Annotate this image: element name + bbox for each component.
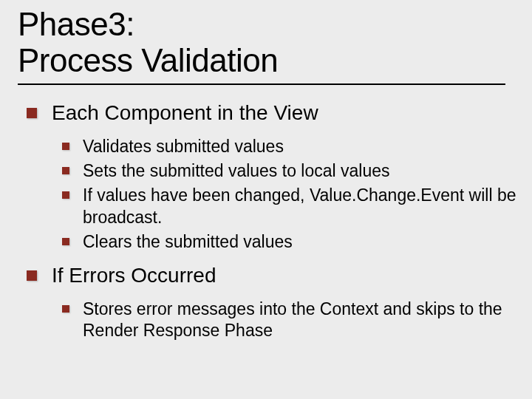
slide-title: Phase3: Process Validation <box>18 6 517 79</box>
list-item: Each Component in the View Validates sub… <box>27 100 517 253</box>
section-label: Each Component in the View <box>52 101 318 124</box>
list-item: Validates submitted values <box>62 136 517 157</box>
list-item: Sets the submitted values to local value… <box>62 160 517 182</box>
sub-list: Stores error messages into the Context a… <box>62 299 517 342</box>
bullet-list: Each Component in the View Validates sub… <box>27 100 517 342</box>
title-line-1: Phase3: <box>18 6 134 42</box>
square-bullet-icon <box>62 167 69 174</box>
sub-item-text: Validates submitted values <box>83 137 284 156</box>
sub-item-text: Clears the submitted values <box>83 232 293 251</box>
slide: Phase3: Process Validation Each Componen… <box>0 0 532 399</box>
title-underline <box>18 83 505 85</box>
list-item: Stores error messages into the Context a… <box>62 299 517 342</box>
sub-list: Validates submitted values Sets the subm… <box>62 136 517 253</box>
square-bullet-icon <box>27 270 37 281</box>
list-item: If values have been changed, Value.Chang… <box>62 185 517 228</box>
title-line-2: Process Validation <box>18 42 278 78</box>
list-item: If Errors Occurred Stores error messages… <box>27 262 517 342</box>
sub-item-text: If values have been changed, Value.Chang… <box>83 185 516 226</box>
square-bullet-icon <box>62 238 69 245</box>
list-item: Clears the submitted values <box>62 231 517 253</box>
section-label: If Errors Occurred <box>52 264 216 287</box>
square-bullet-icon <box>27 108 37 118</box>
square-bullet-icon <box>62 143 69 150</box>
sub-item-text: Stores error messages into the Context a… <box>83 299 502 340</box>
sub-item-text: Sets the submitted values to local value… <box>83 161 390 180</box>
square-bullet-icon <box>62 305 69 313</box>
square-bullet-icon <box>62 191 69 199</box>
